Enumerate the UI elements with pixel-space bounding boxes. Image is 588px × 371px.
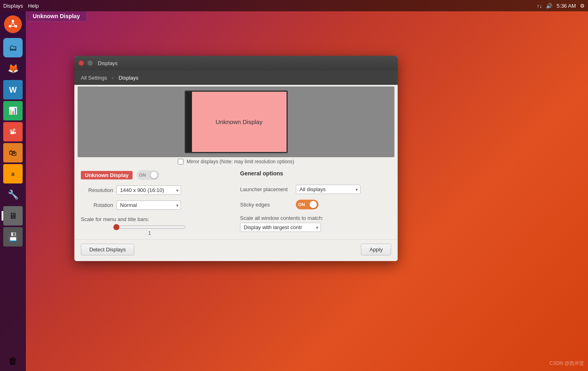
detect-displays-button[interactable]: Detect Displays: [81, 244, 134, 255]
scale-value: 1: [113, 230, 186, 236]
resolution-label: Resolution: [81, 187, 113, 193]
clock: 5:36 AM: [556, 3, 576, 9]
sticky-edges-on-label: ON: [296, 202, 308, 207]
dialog-titlebar: ✕ Displays: [74, 56, 398, 70]
scale-contents-select[interactable]: Display with largest contr Primary displ…: [240, 223, 321, 232]
menu-displays[interactable]: Displays: [3, 3, 23, 9]
settings-left: Unknown Display ON Resolution 1440 x 900…: [81, 170, 232, 236]
settings-grid: Unknown Display ON Resolution 1440 x 900…: [81, 170, 391, 236]
dock: 🗂 🦊 W 📊 📽 🛍 a 🔧 🖥 💾 🗑: [0, 11, 26, 371]
sticky-edges-knob: [310, 201, 317, 208]
dialog-buttons: Detect Displays Apply: [74, 239, 398, 261]
scale-section: Scale for menu and title bars: 1: [81, 216, 232, 236]
resolution-row: Resolution 1440 x 900 (16:10) 1280 x 800…: [81, 186, 232, 195]
dialog-nav: All Settings › Displays: [74, 70, 398, 85]
settings-right: General options Launcher placement All d…: [240, 170, 391, 236]
display-on-toggle[interactable]: ON: [137, 170, 159, 180]
sound-icon: 🔊: [546, 3, 552, 9]
resolution-select-wrapper: 1440 x 900 (16:10) 1280 x 800 (16:10) 10…: [116, 186, 181, 195]
displays-dialog: ✕ Displays All Settings › Displays Unkno…: [74, 56, 398, 261]
dock-writer[interactable]: W: [3, 80, 23, 99]
dock-files[interactable]: 🗂: [3, 38, 23, 57]
settings-icon[interactable]: ⚙: [580, 3, 585, 9]
nav-displays[interactable]: Displays: [117, 74, 140, 82]
rotation-select-wrapper: Normal 90° 180° 270°: [116, 200, 181, 210]
nav-all-settings[interactable]: All Settings: [79, 74, 109, 82]
mirror-checkbox[interactable]: [178, 159, 183, 164]
dock-firefox[interactable]: 🦊: [3, 59, 23, 78]
launcher-placement-select-wrapper: All displays Primary display: [296, 185, 360, 194]
apply-button[interactable]: Apply: [361, 244, 391, 255]
monitor-display[interactable]: Unknown Display: [185, 91, 288, 153]
dock-impress[interactable]: 📽: [3, 122, 23, 141]
slider-container: 1: [81, 224, 232, 236]
scale-label: Scale for menu and title bars:: [81, 216, 232, 222]
dock-system-settings[interactable]: 🔧: [3, 185, 23, 204]
toggle-on-label: ON: [137, 173, 148, 177]
launcher-placement-label: Launcher placement: [240, 186, 293, 192]
display-name-header: Unknown Display ON: [81, 170, 232, 180]
launcher-placement-select[interactable]: All displays Primary display: [296, 185, 360, 194]
upload-icon: ↑↓: [537, 3, 542, 9]
dialog-title: Displays: [98, 60, 118, 66]
rotation-label: Rotation: [81, 202, 113, 208]
dock-appstore[interactable]: 🛍: [3, 143, 23, 162]
sticky-edges-toggle[interactable]: ON: [296, 200, 318, 209]
dock-trash[interactable]: 🗑: [3, 352, 23, 371]
minimize-button[interactable]: [87, 60, 93, 66]
watermark: CSDN @西岸贤: [549, 360, 584, 367]
toggle-knob: [150, 171, 158, 179]
display-name-badge: Unknown Display: [81, 171, 133, 179]
close-button[interactable]: ✕: [78, 60, 84, 66]
resolution-select[interactable]: 1440 x 900 (16:10) 1280 x 800 (16:10) 10…: [116, 186, 181, 195]
scale-contents-row: Scale all window contents to match: Disp…: [240, 215, 391, 232]
desktop: ✕ Displays All Settings › Displays Unkno…: [26, 11, 588, 371]
launcher-placement-row: Launcher placement All displays Primary …: [240, 185, 391, 194]
scale-contents-select-wrapper: Display with largest contr Primary displ…: [240, 223, 321, 232]
monitor-label: Unknown Display: [216, 118, 263, 125]
dock-ubuntu[interactable]: [3, 15, 23, 34]
rotation-select[interactable]: Normal 90° 180° 270°: [116, 200, 181, 210]
mirror-row: Mirror displays (Note: may limit resolut…: [74, 159, 398, 164]
sticky-edges-label: Sticky edges: [240, 202, 293, 208]
dock-display-settings[interactable]: 🖥: [3, 206, 23, 226]
sticky-edges-row: Sticky edges ON: [240, 200, 391, 209]
monitor-screen: Unknown Display: [192, 92, 287, 152]
rotation-row: Rotation Normal 90° 180° 270°: [81, 200, 232, 210]
scale-slider[interactable]: [113, 224, 186, 230]
dock-amazon[interactable]: a: [3, 164, 23, 183]
scale-contents-label: Scale all window contents to match:: [240, 215, 323, 221]
dock-calc[interactable]: 📊: [3, 101, 23, 120]
menu-help[interactable]: Help: [28, 3, 39, 9]
dock-file-manager[interactable]: 💾: [3, 227, 23, 247]
general-options-title: General options: [240, 170, 391, 177]
topbar: Displays Help ↑↓ 🔊 5:36 AM ⚙: [0, 0, 588, 11]
mirror-label: Mirror displays (Note: may limit resolut…: [187, 159, 294, 164]
display-preview-area: Unknown Display: [78, 86, 394, 157]
